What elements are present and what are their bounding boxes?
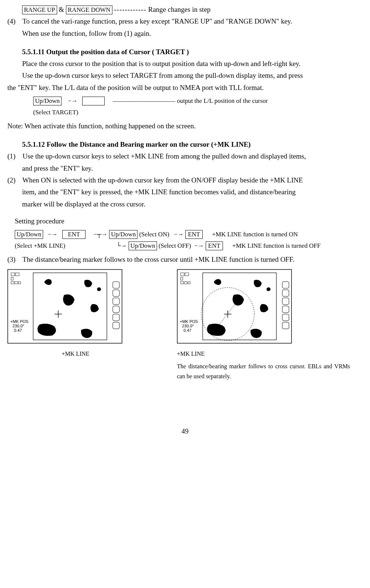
svg-rect-9 — [15, 273, 19, 276]
proc12-bottom: (Select +MK LINE) └→ Up/Down (Select OFF… — [15, 241, 363, 251]
svg-text:+MK POS: +MK POS — [180, 319, 198, 324]
svg-rect-18 — [282, 282, 289, 288]
svg-rect-8 — [11, 273, 15, 276]
p12-1: (1) Use the up-down cursor keys to selec… — [7, 150, 363, 174]
dashes: ------------ — [114, 6, 146, 13]
p12-2b: item, and the "ENT" key is pressed, the … — [7, 188, 296, 196]
range-up-button[interactable]: RANGE UP — [22, 6, 57, 14]
sel-off: (Select OFF) — [158, 242, 191, 249]
p12-1b: and press the "ENT" key. — [7, 164, 93, 172]
radar-left-svg: +MK POS 230.0° 0.47 — [7, 269, 133, 347]
proc11-dash: ―――――――――― — [107, 97, 175, 104]
p12-1a: (1) Use the up-down cursor keys to selec… — [7, 152, 306, 160]
setting-procedure-label: Setting procedure — [7, 215, 363, 227]
p12-2: (2) When ON is selected with the up-down… — [7, 174, 363, 210]
range-down-button[interactable]: RANGE DOWN — [66, 6, 112, 14]
h11-p2: Use the up-down cursor keys to select TA… — [7, 70, 363, 81]
caption-right-title: +MK LINE — [177, 349, 313, 359]
svg-rect-26 — [181, 277, 183, 280]
svg-rect-19 — [282, 290, 289, 296]
svg-rect-13 — [18, 282, 21, 284]
svg-rect-24 — [181, 273, 184, 276]
range-line: RANGE UP & RANGE DOWN ------------ Range… — [7, 4, 363, 15]
svg-rect-22 — [282, 314, 289, 321]
ent-key[interactable]: ENT — [62, 230, 85, 239]
updown-key-3[interactable]: Up/Down — [109, 230, 137, 239]
svg-rect-3 — [113, 290, 119, 296]
proc12-top: Up/Down −→ ENT −┬→ Up/Down (Select ON) −… — [15, 229, 363, 240]
res-on: +MK LINE function is turned ON — [212, 231, 298, 238]
svg-rect-6 — [113, 314, 119, 321]
figure-right: +MK POS 230.0° 0.47 +MK LINE The distanc… — [177, 269, 313, 381]
svg-rect-20 — [282, 298, 289, 305]
svg-rect-2 — [113, 282, 119, 288]
svg-rect-4 — [113, 298, 119, 305]
h11-p3: the "ENT" key. The L/L data of the posit… — [7, 82, 363, 94]
proc11-sel: (Select TARGET) — [33, 107, 363, 118]
svg-text:0.47: 0.47 — [184, 328, 191, 333]
updown-key-4[interactable]: Up/Down — [129, 241, 157, 250]
ent-key-2[interactable]: ENT — [185, 230, 203, 239]
heading-11: 5.5.1.11 Output the position data of Cur… — [7, 46, 363, 58]
bearing-value: 230.0° — [13, 324, 24, 328]
figures: +MK POS 230.0° 0.47 +MK LINE — [7, 269, 363, 381]
svg-rect-28 — [184, 282, 187, 284]
p4-line2: When use the function, follow from (1) a… — [7, 29, 151, 37]
page-number: 49 — [7, 425, 363, 437]
para-4: (4) To cancel the vari-range function, p… — [7, 15, 363, 39]
ent-key-3[interactable]: ENT — [206, 241, 223, 250]
updown-key-2[interactable]: Up/Down — [15, 230, 43, 239]
blank-key[interactable] — [82, 97, 105, 105]
svg-rect-12 — [15, 282, 18, 284]
svg-rect-16 — [177, 269, 292, 343]
updown-key[interactable]: Up/Down — [33, 97, 62, 105]
svg-rect-27 — [181, 282, 184, 284]
proc11-line: Up/Down −→ ―――――――――― output the L/L pos… — [33, 96, 363, 107]
svg-rect-23 — [282, 322, 289, 329]
svg-rect-29 — [188, 282, 190, 284]
range-note: Range changes in step — [148, 6, 210, 13]
sel-mk: (Select +MK LINE) — [15, 242, 65, 249]
radar-right-svg: +MK POS 230.0° 0.47 — [177, 269, 302, 347]
svg-rect-0 — [8, 269, 122, 343]
caption-left: +MK LINE — [7, 349, 144, 359]
svg-rect-7 — [113, 322, 119, 329]
svg-rect-10 — [11, 277, 13, 280]
svg-rect-21 — [282, 306, 289, 313]
svg-text:230.0°: 230.0° — [182, 324, 194, 328]
sel-on: (Select ON) — [139, 231, 170, 238]
h11-p1: Place the cross cursor to the position t… — [7, 58, 363, 70]
heading-12: 5.5.1.12 Follow the Distance and Bearing… — [7, 139, 363, 150]
res-off: +MK LINE function is turned OFF — [232, 242, 321, 249]
p12-3: (3) The distance/bearing marker follows … — [7, 254, 363, 265]
svg-rect-25 — [185, 273, 189, 276]
caption-right-body: The distance/bearing marker follows to c… — [177, 361, 350, 381]
note11: Note: When activate this function, nothi… — [7, 120, 363, 132]
p12-2a: (2) When ON is selected with the up-down… — [7, 176, 303, 184]
p12-2c: marker will be displayed at the cross cu… — [7, 200, 146, 208]
p4-line1: (4) To cancel the vari-range function, p… — [7, 17, 292, 25]
range-value: 0.47 — [14, 328, 22, 333]
mk-pos-label: +MK POS — [10, 319, 28, 324]
svg-rect-5 — [113, 306, 119, 313]
proc11-out: output the L/L position of the cursor — [177, 97, 268, 104]
ampersand: & — [59, 6, 64, 13]
svg-rect-11 — [11, 282, 14, 284]
figure-left: +MK POS 230.0° 0.47 +MK LINE — [7, 269, 144, 381]
